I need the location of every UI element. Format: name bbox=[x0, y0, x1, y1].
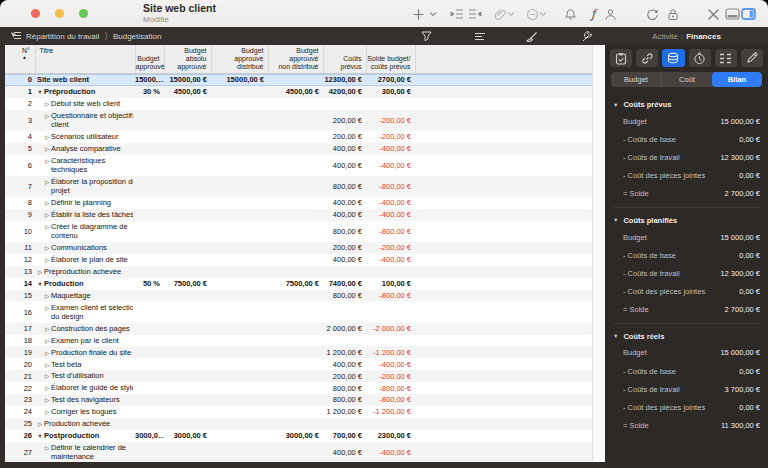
section-title[interactable]: ▼Coûts réels bbox=[613, 326, 760, 344]
disclosure-collapsed-icon[interactable]: ▷ bbox=[43, 112, 51, 120]
table-row[interactable]: 25▷Production achevée bbox=[5, 418, 592, 430]
disclosure-expanded-icon[interactable]: ▼ bbox=[35, 76, 37, 84]
table-row[interactable]: 14▼Production50 %7500,00 €7500,00 €7400,… bbox=[5, 278, 592, 290]
disclosure-expanded-icon[interactable]: ▼ bbox=[36, 432, 44, 440]
disclosure-expanded-icon[interactable]: ▼ bbox=[36, 280, 44, 288]
table-row[interactable]: 4▷Scénarios utilisateur200,00 €-200,00 € bbox=[5, 131, 592, 143]
table-row[interactable]: 5▷Analyse comparative400,00 €-400,00 € bbox=[5, 143, 592, 155]
add-item-chevron-icon[interactable] bbox=[428, 6, 437, 22]
inspector-tab-list[interactable] bbox=[715, 49, 737, 67]
add-item-button[interactable] bbox=[410, 6, 426, 22]
column-header-0[interactable]: Budgetapprouvé bbox=[135, 45, 164, 74]
column-header-titre[interactable]: Titre bbox=[35, 45, 135, 74]
table-row[interactable]: 10▷Créer le diagramme de▷contenu800,00 €… bbox=[5, 221, 592, 242]
close-window-button[interactable] bbox=[31, 9, 40, 18]
table-row[interactable]: 20▷Test béta400,00 €-400,00 € bbox=[5, 358, 592, 370]
disclosure-collapsed-icon[interactable]: ▷ bbox=[43, 396, 51, 404]
disclosure-collapsed-icon[interactable]: ▷ bbox=[43, 145, 51, 153]
disclosure-collapsed-icon[interactable]: ▷ bbox=[43, 408, 51, 416]
sync-refresh-button[interactable] bbox=[644, 6, 660, 22]
table-row[interactable]: 27▷Définir le calendrier de▷maintenance4… bbox=[5, 442, 592, 462]
column-header-4[interactable]: Coûtsprévus bbox=[323, 45, 366, 74]
breadcrumb[interactable]: Répartition du travail ⟩ Budgetisation bbox=[9, 27, 161, 45]
disclosure-collapsed-icon[interactable]: ▷ bbox=[36, 420, 44, 428]
inspector-tab-clipboard[interactable] bbox=[610, 49, 632, 67]
disclosure-collapsed-icon[interactable]: ▷ bbox=[43, 211, 51, 219]
disclosure-collapsed-icon[interactable]: ▷ bbox=[43, 361, 51, 369]
column-header-5[interactable]: Solde budget/coûts prévus bbox=[366, 45, 415, 74]
lock-button[interactable] bbox=[665, 6, 681, 22]
attachment-chevron-icon[interactable] bbox=[506, 6, 515, 22]
zoom-window-button[interactable] bbox=[79, 9, 88, 18]
disclosure-collapsed-icon[interactable]: ▷ bbox=[43, 133, 51, 141]
disclosure-collapsed-icon[interactable]: ▷ bbox=[36, 268, 44, 276]
disclosure-collapsed-icon[interactable]: ▷ bbox=[43, 256, 51, 264]
disclosure-collapsed-icon[interactable]: ▷ bbox=[43, 304, 51, 312]
disclosure-collapsed-icon[interactable]: ▷ bbox=[43, 384, 51, 392]
breadcrumb-view-menu[interactable]: Répartition du travail bbox=[26, 32, 99, 41]
disclosure-collapsed-icon[interactable]: ▷ bbox=[43, 444, 51, 452]
table-row[interactable]: 17▷Construction des pages2 000,00 €-2 00… bbox=[5, 323, 592, 335]
disclosure-expanded-icon[interactable]: ▼ bbox=[36, 88, 44, 96]
resources-person-button[interactable] bbox=[602, 6, 618, 22]
inspector-tab-edit[interactable] bbox=[741, 49, 763, 67]
table-row[interactable]: 0▼Site web client15000,…15000,00 €15000,… bbox=[5, 74, 592, 86]
table-row[interactable]: 15▷Maquettage800,00 €-800,00 € bbox=[5, 290, 592, 302]
table-row[interactable]: 6▷Caractéristiques▷techniques400,00 €-40… bbox=[5, 155, 592, 176]
disclosure-collapsed-icon[interactable]: ▷ bbox=[43, 292, 51, 300]
format-brush-button[interactable] bbox=[525, 30, 538, 43]
table-row[interactable]: 3▷Questionnaire et objectifs▷client200,0… bbox=[5, 110, 592, 131]
outdent-button[interactable] bbox=[467, 6, 483, 22]
table-row[interactable]: 7▷Élaborer la proposition de▷projet800,0… bbox=[5, 176, 592, 197]
table-row[interactable]: 26▼Postproduction3000,0…3000,00 €3000,00… bbox=[5, 430, 592, 442]
column-header-1[interactable]: Budget absoluapprouvé bbox=[164, 45, 211, 74]
table-row[interactable]: 2▷Début site web client bbox=[5, 98, 592, 110]
conflicts-bolt-button[interactable]: ƒ bbox=[585, 6, 601, 22]
table-row[interactable]: 8▷Définir le planning400,00 €-400,00 € bbox=[5, 197, 592, 209]
minimize-window-button[interactable] bbox=[55, 9, 64, 18]
disclosure-collapsed-icon[interactable]: ▷ bbox=[43, 157, 51, 165]
vertical-scrollbar[interactable] bbox=[592, 45, 605, 462]
table-row[interactable]: 19▷Production finale du site1 200,00 €-1… bbox=[5, 346, 592, 358]
disclosure-collapsed-icon[interactable]: ▷ bbox=[43, 325, 51, 333]
column-header-num[interactable]: N°▲ bbox=[5, 45, 35, 74]
disclosure-collapsed-icon[interactable]: ▷ bbox=[43, 337, 51, 345]
section-title[interactable]: ▼Coûts planifiés bbox=[613, 210, 760, 228]
inspector-tab-link[interactable] bbox=[636, 49, 658, 67]
inspector-tab-time[interactable] bbox=[689, 49, 711, 67]
tools-button[interactable] bbox=[705, 6, 721, 22]
bottom-panel-toggle-button[interactable] bbox=[724, 6, 740, 22]
column-header-2[interactable]: Budget approuvédistribué bbox=[211, 45, 268, 74]
disclosure-collapsed-icon[interactable]: ▷ bbox=[43, 244, 51, 252]
remove-chevron-icon[interactable] bbox=[538, 6, 547, 22]
disclosure-collapsed-icon[interactable]: ▷ bbox=[43, 223, 51, 231]
disclosure-collapsed-icon[interactable]: ▷ bbox=[43, 349, 51, 357]
table-row[interactable]: 12▷Élaborer le plan de site400,00 €-400,… bbox=[5, 254, 592, 266]
disclosure-collapsed-icon[interactable]: ▷ bbox=[43, 178, 51, 186]
indent-button[interactable] bbox=[449, 6, 465, 22]
segment-bilan[interactable]: Bilan bbox=[712, 72, 762, 87]
table-row[interactable]: 9▷Établir la liste des tâches400,00 €-40… bbox=[5, 209, 592, 221]
outline-levels-button[interactable] bbox=[473, 30, 486, 43]
table-row[interactable]: 1▼Préproduction30 %4500,00 €4500,00 €420… bbox=[5, 86, 592, 98]
table-row[interactable]: 18▷Examen par le client bbox=[5, 335, 592, 347]
segment-coût[interactable]: Coût bbox=[661, 72, 712, 87]
table-row[interactable]: 16▷Examen client et sélection▷du design bbox=[5, 301, 592, 322]
breadcrumb-current-view[interactable]: Budgetisation bbox=[113, 32, 161, 41]
segment-budget[interactable]: Budget bbox=[611, 72, 661, 87]
column-header-3[interactable]: Budget approuvénon distribué bbox=[268, 45, 323, 74]
notifications-bell-button[interactable] bbox=[562, 6, 578, 22]
table-row[interactable]: 11▷Communications200,00 €-200,00 € bbox=[5, 242, 592, 254]
disclosure-collapsed-icon[interactable]: ▷ bbox=[43, 372, 51, 380]
disclosure-collapsed-icon[interactable]: ▷ bbox=[43, 100, 51, 108]
disclosure-collapsed-icon[interactable]: ▷ bbox=[43, 199, 51, 207]
section-title[interactable]: ▼Coûts prévus bbox=[613, 94, 760, 112]
table-row[interactable]: 22▷Élaborer le guide de style800,00 €-80… bbox=[5, 382, 592, 394]
filter-funnel-button[interactable] bbox=[420, 30, 433, 43]
table-row[interactable]: 13▷Préproduction achevée bbox=[5, 266, 592, 278]
table-row[interactable]: 23▷Test des navigateurs800,00 €-800,00 € bbox=[5, 394, 592, 406]
table-row[interactable]: 24▷Corriger les bogues1 200,00 €-1 200,0… bbox=[5, 406, 592, 418]
right-panel-toggle-button[interactable] bbox=[740, 6, 756, 22]
inspector-tab-costs[interactable] bbox=[662, 49, 684, 67]
table-row[interactable]: 21▷Test d'utilisation200,00 €-200,00 € bbox=[5, 370, 592, 382]
